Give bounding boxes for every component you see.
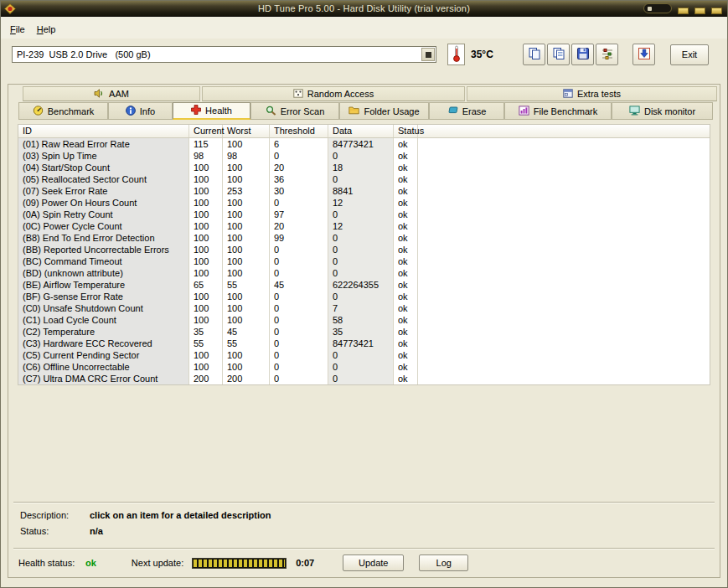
drive-selector-dropdown-button[interactable]: [421, 48, 435, 61]
table-cell: 0: [328, 209, 394, 220]
table-cell: 35: [328, 326, 394, 338]
menubar: File Help: [1, 17, 727, 39]
table-row[interactable]: (BC) Command Timeout10010000ok: [18, 255, 710, 267]
status-value: n/a: [90, 525, 103, 541]
exit-button[interactable]: Exit: [670, 44, 709, 65]
table-cell: 100: [189, 185, 223, 197]
table-cell: ok: [394, 138, 418, 150]
tab-extra-tests[interactable]: Extra tests: [467, 86, 717, 101]
table-cell: 0: [328, 349, 394, 361]
capture-button[interactable]: [632, 44, 655, 65]
table-row[interactable]: (09) Power On Hours Count100100012ok: [18, 197, 710, 209]
tab-random-access[interactable]: Random Access: [202, 86, 465, 101]
row-filler: [418, 373, 710, 384]
table-row[interactable]: (04) Start/Stop Count1001002018ok: [18, 162, 710, 173]
row-filler: [418, 361, 710, 373]
table-cell: 100: [223, 209, 270, 220]
table-cell: 6: [270, 138, 328, 150]
table-row[interactable]: (C5) Current Pending Sector10010000ok: [18, 349, 710, 361]
table-cell: ok: [394, 162, 418, 173]
menu-file[interactable]: File: [4, 23, 31, 36]
table-cell: 100: [223, 220, 270, 232]
tab-health[interactable]: Health: [173, 102, 250, 120]
table-cell: ok: [394, 338, 418, 349]
table-cell: 100: [189, 220, 223, 232]
drive-selector[interactable]: PI-239 USB 2.0 Drive (500 gB): [12, 46, 436, 63]
minimize-button[interactable]: [678, 8, 689, 14]
column-header-current[interactable]: Current: [189, 125, 223, 137]
column-header-worst[interactable]: Worst: [223, 125, 270, 137]
table-row[interactable]: (07) Seek Error Rate100253308841ok: [18, 185, 710, 197]
column-header-id[interactable]: ID: [18, 125, 189, 137]
table-row[interactable]: (0C) Power Cycle Count1001002012ok: [18, 220, 710, 232]
tab-benchmark[interactable]: Benchmark: [18, 102, 108, 120]
table-row[interactable]: (03) Spin Up Time989800ok: [18, 150, 710, 162]
column-header-threshold[interactable]: Threshold: [270, 125, 328, 137]
table-cell: 100: [189, 232, 223, 244]
tab-info[interactable]: Info: [108, 102, 173, 120]
log-button[interactable]: Log: [419, 554, 468, 571]
countdown-value: 0:07: [296, 558, 321, 568]
table-row[interactable]: (C3) Hardware ECC Recovered5555084773421…: [18, 338, 710, 349]
tab-label: Info: [140, 106, 155, 116]
tab-disk-monitor[interactable]: Disk monitor: [612, 102, 713, 120]
table-cell: (C2) Temperature: [18, 326, 189, 338]
table-cell: 98: [189, 150, 223, 162]
table-row[interactable]: (05) Reallocated Sector Count100100360ok: [18, 173, 710, 185]
health-table-header: ID Current Worst Threshold Data Status: [18, 125, 710, 138]
maximize-button[interactable]: [694, 8, 705, 14]
copy-image-button[interactable]: [523, 44, 545, 65]
row-filler: [418, 209, 710, 220]
table-cell: 100: [189, 162, 223, 173]
table-cell: ok: [394, 232, 418, 244]
table-cell: 0: [270, 255, 328, 267]
next-update-label: Next update:: [132, 558, 183, 568]
table-row[interactable]: (BF) G-sense Error Rate10010000ok: [18, 291, 710, 302]
table-row[interactable]: (BE) Airflow Temperature655545622264355o…: [18, 279, 710, 291]
menu-help[interactable]: Help: [31, 23, 62, 36]
titlebar[interactable]: HD Tune Pro 5.00 - Hard Disk Utility (tr…: [1, 1, 727, 17]
table-cell: ok: [394, 326, 418, 338]
table-cell: 0: [270, 338, 328, 349]
table-cell: 7: [328, 302, 394, 314]
tab-label: Folder Usage: [364, 106, 419, 116]
table-cell: ok: [394, 220, 418, 232]
copy-text-button[interactable]: [547, 44, 570, 65]
tab-folder-usage[interactable]: Folder Usage: [339, 102, 429, 120]
table-cell: 84773421: [328, 338, 394, 349]
update-button[interactable]: Update: [343, 554, 404, 571]
table-row[interactable]: (C6) Offline Uncorrectable10010000ok: [18, 361, 710, 373]
toolbar: PI-239 USB 2.0 Drive (500 gB) 35°C: [1, 39, 727, 70]
tab-error-scan[interactable]: Error Scan: [250, 102, 339, 120]
close-button[interactable]: [711, 8, 722, 14]
table-row[interactable]: (C2) Temperature3545035ok: [18, 326, 710, 338]
health-cross-icon: [191, 105, 201, 116]
table-row[interactable]: (C0) Unsafe Shutdown Count10010007ok: [18, 302, 710, 314]
table-cell: (BC) Command Timeout: [18, 255, 189, 267]
progress-fill: [194, 560, 285, 567]
column-header-filler: [418, 125, 710, 137]
tab-file-benchmark[interactable]: File Benchmark: [504, 102, 612, 120]
options-button[interactable]: [596, 44, 618, 65]
table-row[interactable]: (BD) (unknown attribute)10010000ok: [18, 267, 710, 279]
save-button[interactable]: [571, 44, 594, 65]
table-row[interactable]: (C7) Ultra DMA CRC Error Count20020000ok: [18, 373, 710, 384]
temperature-value: 35°C: [471, 49, 493, 60]
health-status-value: ok: [85, 558, 96, 568]
footer-section: Health status: ok Next update: 0:07 Upda…: [13, 548, 715, 577]
table-row[interactable]: (BB) Reported Uncorrectable Errors100100…: [18, 244, 710, 255]
table-cell: 0: [328, 232, 394, 244]
table-cell: ok: [394, 361, 418, 373]
column-header-data[interactable]: Data: [328, 125, 394, 137]
table-row[interactable]: (C1) Load Cycle Count100100058ok: [18, 314, 710, 326]
tab-aam[interactable]: AAM: [23, 86, 200, 101]
table-cell: 100: [223, 244, 270, 255]
rollup-button[interactable]: [643, 3, 672, 13]
table-row[interactable]: (0A) Spin Retry Count100100970ok: [18, 209, 710, 220]
table-row[interactable]: (B8) End To End Error Detection100100990…: [18, 232, 710, 244]
table-cell: 0: [328, 361, 394, 373]
table-cell: 84773421: [328, 138, 394, 150]
table-row[interactable]: (01) Raw Read Error Rate115100684773421o…: [18, 138, 710, 150]
column-header-status[interactable]: Status: [394, 125, 418, 137]
tab-erase[interactable]: Erase: [429, 102, 504, 120]
